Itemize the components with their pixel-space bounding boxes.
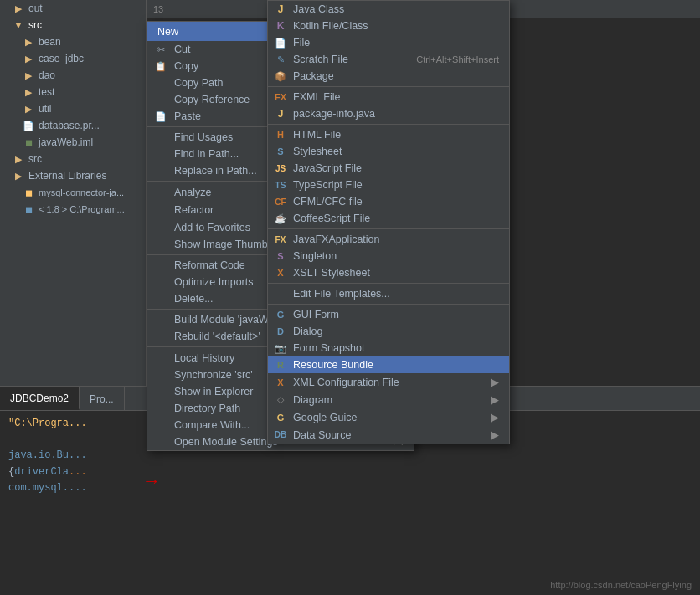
submenu-item-xslt[interactable]: X XSLT Stylesheet	[268, 264, 509, 281]
submenu-item-shortcut: Ctrl+Alt+Shift+Insert	[408, 54, 499, 64]
submenu-item-edit-templates[interactable]: Edit File Templates...	[268, 285, 509, 302]
sidebar-item-label: src	[28, 19, 42, 31]
submenu-arrow: ▶	[491, 428, 499, 441]
sidebar-item-case-jdbc[interactable]: ▶ case_jdbc	[0, 50, 146, 67]
submenu-item-package[interactable]: 📦 Package	[268, 68, 509, 85]
datasource-icon: DB	[273, 428, 288, 443]
sidebar-item-database[interactable]: 📄 database.pr...	[0, 117, 146, 134]
submenu-item-label: JavaFXApplication	[293, 233, 380, 245]
submenu-item-form-snapshot[interactable]: 📷 Form Snapshot	[268, 340, 509, 356]
sidebar-item-dao[interactable]: ▶ dao	[0, 67, 146, 84]
copy-path-icon	[154, 76, 167, 90]
package-info-icon: J	[273, 106, 288, 121]
javafx-icon: FX	[273, 232, 288, 247]
menu-header-label: New	[157, 26, 178, 38]
menu-item-label: Reformat Code	[174, 259, 245, 271]
submenu-item-label: XML Configuration File	[293, 377, 399, 388]
submenu-item-javafx[interactable]: FX JavaFXApplication	[268, 231, 509, 248]
submenu-item-google-guice[interactable]: G Google Guice ▶	[268, 408, 509, 426]
menu-item-label: Local History	[174, 352, 234, 364]
sidebar-item-ext-libs[interactable]: ▶ External Libraries	[0, 167, 146, 184]
code-line-4: {driverCla...	[8, 464, 692, 480]
submenu-item-resource-bundle[interactable]: R Resource Bundle	[268, 356, 509, 373]
bottom-tab-pro[interactable]: Pro...	[80, 387, 125, 410]
submenu-item-html[interactable]: H HTML File	[268, 126, 509, 143]
sidebar-item-out[interactable]: ▶ out	[0, 0, 146, 17]
submenu-item-cfml[interactable]: CF CFML/CFC file	[268, 193, 509, 210]
html-icon: H	[273, 127, 288, 142]
menu-item-label: Analyze	[174, 187, 211, 198]
menu-item-label: Open Module Settings	[174, 436, 278, 448]
sidebar-item-bean[interactable]: ▶ bean	[0, 33, 146, 50]
stylesheet-icon: S	[273, 144, 288, 159]
menu-item-label: Copy	[174, 60, 198, 72]
menu-item-label: Copy Path	[174, 77, 223, 89]
file-icon: 📄	[273, 35, 288, 50]
folder-open-icon: ▼	[12, 18, 25, 32]
sidebar-item-src2[interactable]: ▶ src	[0, 151, 146, 167]
sidebar-item-test[interactable]: ▶ test	[0, 84, 146, 100]
form-snapshot-icon: 📷	[273, 341, 288, 356]
bottom-tab-jdbcdemo2[interactable]: JDBCDemo2	[0, 387, 80, 410]
menu-item-label: Compare With...	[174, 419, 250, 431]
submenu-arrow: ▶	[491, 376, 499, 388]
sidebar-item-label: test	[39, 86, 54, 98]
xml-icon: X	[273, 375, 288, 390]
scratch-icon: ✎	[273, 52, 288, 67]
submenu-item-data-source[interactable]: DB Data Source ▶	[268, 426, 509, 444]
submenu-item-fxml[interactable]: FX FXML File	[268, 89, 509, 105]
guice-icon: G	[273, 410, 288, 425]
submenu-item-label: File	[293, 37, 310, 49]
sidebar-item-mysql[interactable]: ◼ mysql-connector-ja...	[0, 184, 146, 201]
submenu-item-coffeescript[interactable]: ☕ CoffeeScript File	[268, 210, 509, 227]
submenu-separator	[268, 86, 509, 87]
submenu-item-label: Kotlin File/Class	[293, 20, 368, 32]
submenu-arrow: ▶	[491, 411, 499, 423]
submenu-item-diagram[interactable]: ◇ Diagram ▶	[268, 391, 509, 408]
submenu-item-singleton[interactable]: S Singleton	[268, 248, 509, 264]
diagram-icon: ◇	[273, 392, 288, 408]
watermark: http://blog.csdn.net/caoPengFlying	[550, 580, 692, 590]
submenu-arrow: ▶	[491, 393, 499, 406]
menu-item-label: Find in Path...	[174, 148, 239, 160]
coffee-icon: ☕	[273, 211, 288, 226]
submenu-item-xml-config[interactable]: X XML Configuration File ▶	[268, 373, 509, 391]
sidebar-item-util[interactable]: ▶ util	[0, 100, 146, 117]
cfml-icon: CF	[273, 194, 288, 209]
sidebar-item-label: bean	[39, 36, 61, 48]
submenu-item-scratch-file[interactable]: ✎ Scratch File Ctrl+Alt+Shift+Insert	[268, 51, 509, 68]
submenu-item-label: Java Class	[293, 3, 344, 15]
sidebar-item-label: javaWeb.iml	[39, 136, 93, 148]
submenu-item-file[interactable]: 📄 File	[268, 34, 509, 51]
submenu-separator	[268, 283, 509, 284]
submenu-item-label: XSLT Stylesheet	[293, 267, 370, 279]
submenu-item-dialog[interactable]: D Dialog	[268, 323, 509, 340]
folder-icon: ▶	[12, 2, 25, 15]
sidebar-item-javaweb-iml[interactable]: ◼ javaWeb.iml	[0, 134, 146, 151]
submenu-item-javascript[interactable]: JS JavaScript File	[268, 160, 509, 177]
sidebar-item-label: dao	[39, 69, 55, 81]
sidebar-item-label: mysql-connector-ja...	[39, 187, 124, 197]
submenu-item-typescript[interactable]: TS TypeScript File	[268, 177, 509, 193]
package-icon: 📦	[273, 69, 288, 84]
submenu-item-gui-form[interactable]: G GUI Form	[268, 306, 509, 323]
submenu-item-label: FXML File	[293, 91, 341, 103]
sidebar-item-sdk[interactable]: ◼ < 1.8 > C:\Program...	[0, 201, 146, 218]
menu-item-label: Add to Favorites	[174, 222, 250, 233]
tab-label: Pro...	[90, 393, 114, 405]
submenu-separator	[268, 304, 509, 305]
sidebar-item-src[interactable]: ▼ src	[0, 17, 146, 33]
menu-item-label: Synchronize 'src'	[174, 369, 253, 381]
submenu-item-package-info[interactable]: J package-info.java	[268, 105, 509, 122]
singleton-icon: S	[273, 249, 288, 264]
submenu-item-java-class[interactable]: J Java Class	[268, 1, 509, 18]
submenu-item-kotlin[interactable]: K Kotlin File/Class	[268, 18, 509, 34]
submenu-separator	[268, 228, 509, 229]
sdk-icon: ◼	[22, 203, 35, 216]
cut-icon: ✂	[154, 43, 167, 56]
folder-icon: ▶	[12, 152, 25, 166]
copy-ref-icon	[154, 93, 167, 106]
submenu-item-label: GUI Form	[293, 309, 339, 321]
submenu-item-stylesheet[interactable]: S Stylesheet	[268, 143, 509, 160]
jar-icon: ◼	[22, 186, 35, 199]
